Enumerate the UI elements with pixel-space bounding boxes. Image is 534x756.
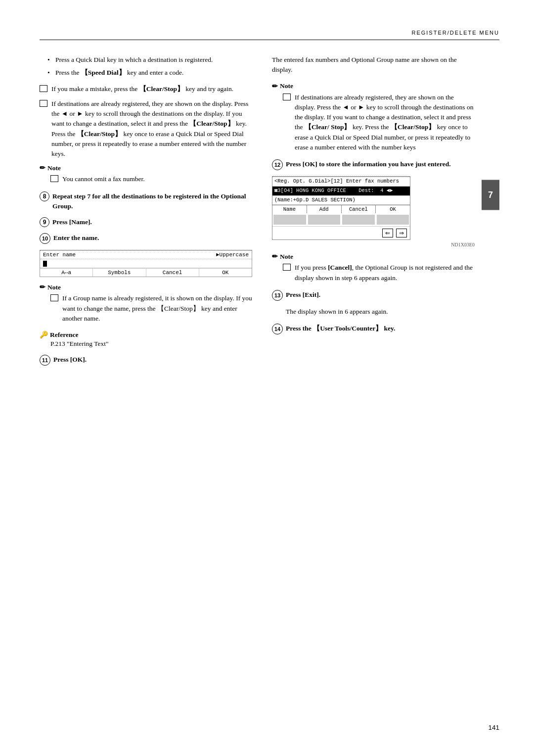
enter-name-btn-ok[interactable]: OK: [199, 269, 252, 277]
note-3-text: If destinations are already registered, …: [295, 93, 475, 153]
section-badge-7: 7: [482, 180, 499, 210]
step-11-circle: 11: [40, 355, 50, 366]
step-10: 10 Enter the name.: [40, 233, 252, 244]
note-icon-1: ✏: [40, 164, 45, 172]
note-4-content: If you press [Cancel], the Optional Grou…: [272, 263, 475, 283]
colored-rows: [272, 213, 410, 226]
step-12-text: Press [OK] to store the information you …: [286, 159, 475, 169]
note-2-checkbox: [50, 294, 58, 301]
step-13: 13 Press [Exit].: [272, 290, 475, 301]
note-4-title: ✏ Note: [272, 252, 475, 261]
right-column: The entered fax numbers and Optional Gro…: [272, 55, 499, 372]
step-8: 8 Repeat step 7 for all the destinations…: [40, 191, 252, 212]
step-14: 14 Press the 【User Tools/Counter】 key.: [272, 324, 475, 334]
reference-text: P.213 "Entering Text": [40, 340, 252, 348]
screen-btn-name[interactable]: Name: [272, 205, 307, 213]
note-section-4: ✏ Note If you press [Cancel], the Option…: [272, 252, 475, 283]
step-9-circle: 9: [40, 217, 49, 227]
checkbox-1: [40, 85, 47, 92]
step-12-circle: 12: [272, 159, 283, 170]
bullet-item-2: Press the 【Speed Dial】 key and enter a c…: [47, 68, 252, 78]
checkbox-item-1: If you make a mistake, press the 【Clear/…: [40, 84, 252, 94]
enter-name-cursor: [43, 261, 47, 267]
screen-row-3: (Name:+Gp.D SALES SECTION): [272, 196, 410, 205]
checkbox-1-text: If you make a mistake, press the 【Clear/…: [51, 84, 252, 94]
note-section-3: ✏ Note If destinations are already regis…: [272, 82, 475, 153]
step-13-after-text: The display shown in 6 appears again.: [272, 307, 475, 317]
note-1-content: You cannot omit a fax number.: [40, 174, 252, 184]
step-10-circle: 10: [40, 233, 50, 244]
enter-name-box: Enter name ►Uppercase A↔a Symbols Cancel…: [40, 250, 252, 277]
screen-row-2-highlight: ◙3[O4] HONG KONG OFFICE Dest: 4 ◄►: [272, 187, 410, 196]
note-2-title: ✏ Note: [40, 283, 252, 291]
note-4-checkbox: [283, 264, 291, 271]
left-arrow-btn[interactable]: ⇐: [382, 229, 393, 237]
right-intro-text: The entered fax numbers and Optional Gro…: [272, 55, 475, 75]
checkbox-2: [40, 100, 47, 107]
screen-btn-cancel[interactable]: Cancel: [342, 205, 376, 213]
page-header: REGISTER/DELETE MENU: [40, 30, 499, 40]
right-container: The entered fax numbers and Optional Gro…: [272, 55, 499, 334]
screen-btn-add[interactable]: Add: [307, 205, 342, 213]
note-1-title: ✏ Note: [40, 164, 252, 172]
left-column: Press a Quick Dial key in which a destin…: [40, 55, 252, 372]
note-4-text: If you press [Cancel], the Optional Grou…: [295, 263, 475, 283]
screen-btn-ok[interactable]: OK: [376, 205, 410, 213]
note-2-text: If a Group name is already registered, i…: [62, 293, 252, 324]
nav-arrows: ⇐ ⇒: [272, 226, 410, 239]
note-3-content: If destinations are already registered, …: [272, 93, 475, 153]
step-8-text: Repeat step 7 for all the destinations t…: [52, 191, 252, 212]
note-section-1: ✏ Note You cannot omit a fax number.: [40, 164, 252, 184]
enter-name-mode: ►Uppercase: [216, 252, 249, 258]
reference-section: 🔑 Reference P.213 "Entering Text": [40, 331, 252, 348]
content-area: Press a Quick Dial key in which a destin…: [40, 55, 499, 372]
page: REGISTER/DELETE MENU Press a Quick Dial …: [0, 0, 534, 756]
step-13-text: Press [Exit].: [286, 290, 475, 300]
enter-name-buttons: A↔a Symbols Cancel OK: [40, 268, 252, 277]
note-icon-2: ✏: [40, 283, 45, 291]
note-icon-3: ✏: [272, 82, 278, 91]
step-12: 12 Press [OK] to store the information y…: [272, 159, 475, 170]
enter-name-top: Enter name ►Uppercase: [40, 250, 252, 259]
bullet-list: Press a Quick Dial key in which a destin…: [40, 55, 252, 78]
note-1-text: You cannot omit a fax number.: [62, 174, 145, 184]
note-3-checkbox: [283, 94, 291, 100]
page-number: 141: [488, 724, 499, 731]
screen-caption: ND1X03E0: [272, 242, 475, 247]
reference-icon: 🔑: [40, 331, 48, 339]
screen-buttons: Name Add Cancel OK: [272, 205, 410, 213]
step-9: 9 Press [Name].: [40, 217, 252, 227]
step-8-circle: 8: [40, 191, 49, 201]
step-14-circle: 14: [272, 324, 283, 334]
note-3-title: ✏ Note: [272, 82, 475, 91]
step-14-text: Press the 【User Tools/Counter】 key.: [286, 324, 475, 333]
enter-name-btn-cancel[interactable]: Cancel: [146, 269, 199, 277]
enter-name-label: Enter name: [43, 252, 76, 258]
enter-name-btn-aab[interactable]: A↔a: [40, 269, 93, 277]
checkbox-2-text: If destinations are already registered, …: [51, 99, 252, 159]
note-section-2: ✏ Note If a Group name is already regist…: [40, 283, 252, 324]
screen-row-1: <Reg. Opt. G.Dial>[12] Enter fax numbers: [272, 177, 410, 187]
note-2-content: If a Group name is already registered, i…: [40, 293, 252, 324]
bullet-item-1: Press a Quick Dial key in which a destin…: [47, 55, 252, 65]
step-9-text: Press [Name].: [52, 217, 252, 227]
screen-image: <Reg. Opt. G.Dial>[12] Enter fax numbers…: [272, 176, 410, 240]
enter-name-btn-symbols[interactable]: Symbols: [93, 269, 146, 277]
step-11: 11 Press [OK].: [40, 355, 252, 366]
right-arrow-btn[interactable]: ⇒: [396, 229, 407, 237]
step-10-text: Enter the name.: [53, 233, 252, 243]
enter-name-cursor-row: [40, 259, 252, 268]
note-icon-4: ✏: [272, 252, 278, 261]
note-1-checkbox: [50, 175, 58, 182]
step-11-text: Press [OK].: [53, 355, 252, 365]
header-title: REGISTER/DELETE MENU: [411, 30, 499, 36]
checkbox-item-2: If destinations are already registered, …: [40, 99, 252, 159]
step-13-circle: 13: [272, 290, 283, 301]
reference-title: 🔑 Reference: [40, 331, 252, 339]
